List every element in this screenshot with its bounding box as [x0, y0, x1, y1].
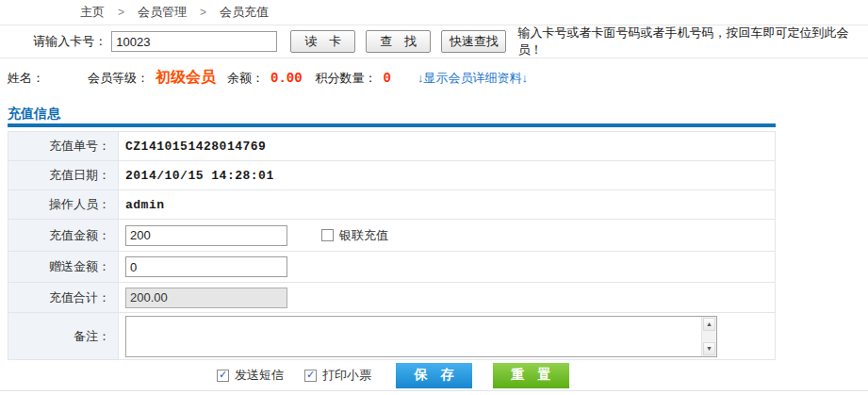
recharge-total-label: 充值合计：: [8, 283, 119, 312]
print-ticket-option[interactable]: ✓ 打印小票: [304, 367, 371, 384]
recharge-total-row: 充值合计：: [8, 283, 775, 313]
save-button[interactable]: 保 存: [396, 363, 472, 388]
quick-find-button[interactable]: 快速查找: [441, 30, 506, 53]
recharge-form: 充值单号： CZ1410151428014769 充值日期： 2014/10/1…: [8, 131, 776, 360]
unionpay-option[interactable]: 银联充值: [321, 227, 388, 244]
breadcrumb-separator: >: [200, 6, 206, 19]
recharge-date-row: 充值日期： 2014/10/15 14:28:01: [8, 161, 775, 190]
send-sms-label: 发送短信: [235, 367, 284, 384]
unionpay-checkbox[interactable]: [321, 229, 334, 241]
recharge-total-input: [125, 288, 287, 308]
operator-value: admin: [125, 198, 165, 212]
remark-label: 备注：: [8, 313, 119, 359]
send-sms-checkbox[interactable]: ✓: [217, 370, 229, 382]
arrow-down-glyph: ▼: [706, 345, 712, 352]
show-member-detail-link[interactable]: ↓显示会员详细资料↓: [418, 70, 528, 87]
order-no-label: 充值单号：: [8, 132, 119, 160]
scroll-up-icon[interactable]: ▲: [703, 318, 715, 331]
order-no-row: 充值单号： CZ1410151428014769: [8, 132, 775, 161]
breadcrumb-separator: >: [118, 6, 124, 19]
breadcrumb-home[interactable]: 主页: [80, 4, 105, 21]
operator-label: 操作人员：: [8, 190, 119, 219]
member-name-label: 姓名：: [8, 70, 44, 87]
breadcrumb-member-recharge: 会员充值: [220, 4, 269, 21]
recharge-date-value: 2014/10/15 14:28:01: [125, 169, 274, 183]
reset-button[interactable]: 重 置: [493, 363, 569, 388]
member-info-bar: 姓名： 会员等级： 初级会员 余额： 0.00 积分数量： 0 ↓显示会员详细资…: [0, 58, 868, 97]
find-button[interactable]: 查 找: [366, 30, 431, 53]
operator-row: 操作人员： admin: [8, 190, 775, 220]
points-label: 积分数量：: [316, 70, 377, 87]
gift-amount-input[interactable]: [125, 256, 287, 277]
member-recharge-page: 主页 > 会员管理 > 会员充值 请输入卡号： 读 卡 查 找 快速查找 输入卡…: [0, 0, 868, 395]
form-footer: ✓ 发送短信 ✓ 打印小票 保 存 重 置: [0, 360, 868, 391]
balance-value: 0.00: [270, 71, 303, 86]
scroll-down-icon[interactable]: ▼: [703, 342, 715, 355]
print-ticket-checkbox[interactable]: ✓: [304, 370, 317, 382]
section-title: 充值信息: [8, 106, 868, 122]
section-divider: [8, 123, 776, 127]
arrow-up-glyph: ▲: [706, 321, 712, 327]
gift-amount-label: 赠送金额：: [8, 252, 119, 282]
recharge-amount-row: 充值金额： 银联充值: [8, 220, 775, 252]
breadcrumb-member-management[interactable]: 会员管理: [138, 4, 187, 21]
check-icon: ✓: [306, 370, 315, 380]
member-level-value: 初级会员: [156, 68, 216, 88]
member-level-label: 会员等级：: [88, 70, 149, 87]
send-sms-option[interactable]: ✓ 发送短信: [217, 367, 284, 384]
check-icon: ✓: [219, 370, 227, 380]
search-hint: 输入卡号或者卡面号码或者手机号码，按回车即可定位到此会员！: [517, 25, 868, 58]
textarea-scrollbar[interactable]: ▲ ▼: [701, 317, 716, 356]
card-number-label: 请输入卡号：: [0, 33, 106, 50]
balance-label: 余额：: [227, 70, 264, 87]
unionpay-label: 银联充值: [339, 227, 388, 244]
read-card-button[interactable]: 读 卡: [290, 30, 355, 53]
card-number-input[interactable]: [111, 31, 277, 52]
print-ticket-label: 打印小票: [322, 367, 371, 384]
remark-textarea-wrap: ▲ ▼: [125, 316, 717, 357]
recharge-amount-label: 充值金额：: [8, 220, 119, 251]
card-search-bar: 请输入卡号： 读 卡 查 找 快速查找 输入卡号或者卡面号码或者手机号码，按回车…: [0, 25, 868, 58]
recharge-amount-input[interactable]: [125, 225, 287, 246]
gift-amount-row: 赠送金额：: [8, 252, 775, 283]
remark-row: 备注： ▲ ▼: [8, 313, 775, 360]
remark-input[interactable]: [126, 317, 701, 356]
order-no-value: CZ1410151428014769: [125, 140, 266, 154]
recharge-date-label: 充值日期：: [8, 161, 119, 189]
breadcrumb: 主页 > 会员管理 > 会员充值: [0, 0, 868, 25]
points-value: 0: [384, 71, 391, 86]
